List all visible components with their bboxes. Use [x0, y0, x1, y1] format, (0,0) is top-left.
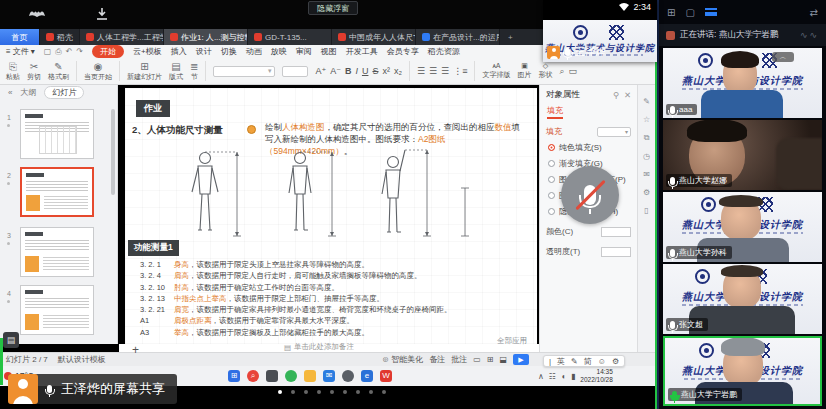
menu-cloud-template[interactable]: 云+模板: [133, 46, 162, 57]
view-sorter-icon[interactable]: ⊞: [487, 355, 494, 364]
close-pane-icon[interactable]: ✕: [624, 90, 631, 100]
shape-dropdown[interactable]: ◇形状: [538, 62, 552, 80]
network-icon[interactable]: ☷: [549, 372, 556, 381]
tab-home[interactable]: 首页: [0, 29, 40, 45]
layout-button[interactable]: ▤版式: [169, 61, 183, 82]
tab-outline[interactable]: 大纲: [20, 87, 36, 98]
superscript-button[interactable]: x²: [382, 66, 390, 76]
align-center-icon[interactable]: ☰: [429, 66, 437, 76]
menu-icon[interactable]: [705, 8, 717, 16]
font-family-select[interactable]: ▾: [213, 66, 275, 77]
section-button[interactable]: ≣节: [190, 61, 198, 82]
select-pane-icon[interactable]: ▭: [569, 66, 578, 76]
menu-design[interactable]: 设计: [196, 46, 212, 57]
volume-icon[interactable]: ◖: [561, 372, 566, 381]
slide-thumbnail-2-selected[interactable]: [20, 167, 94, 217]
tray-clock[interactable]: 14:352022/10/28: [580, 368, 613, 385]
ime-settings-icon[interactable]: ⚙: [612, 357, 619, 366]
slide-canvas[interactable]: 作业 2、人体功能尺寸测量 绘制人体构造图，确定其尺寸的选用的百分位，查阅出的相…: [125, 88, 537, 344]
slide-thumbnail-3[interactable]: [20, 227, 94, 277]
wps-app-icon[interactable]: W: [380, 370, 392, 382]
participant-tile-3[interactable]: 燕山大学艺术与设计学院 燕山大学孙科: [663, 192, 822, 262]
transparency-stepper[interactable]: [601, 247, 631, 257]
menu-slideshow[interactable]: 放映: [271, 46, 287, 57]
tab-slides[interactable]: 幻灯片: [44, 86, 84, 99]
fullscreen-icon[interactable]: ▢: [685, 7, 694, 18]
subscript-button[interactable]: x₂: [394, 66, 402, 76]
menu-start-tab[interactable]: 开始: [92, 45, 124, 58]
file-menu[interactable]: ≡文件▾: [6, 46, 35, 57]
hide-float-window-pill[interactable]: 隐藏浮窗: [308, 1, 358, 15]
tab-doc-1[interactable]: 人体工程学...工程学基础: [80, 29, 164, 45]
align-left-icon[interactable]: ☰: [417, 66, 425, 76]
beautify-button[interactable]: ⊙ 智能美化: [383, 354, 424, 365]
all-apps-label[interactable]: 全部应用: [497, 336, 527, 346]
tray-expand-icon[interactable]: ∧: [538, 372, 544, 381]
print-icon[interactable]: ⎙: [55, 47, 61, 57]
collapse-tile-icon[interactable]: ︿: [772, 52, 794, 62]
menu-docer-res[interactable]: 稻壳资源: [428, 46, 460, 57]
search-app-icon[interactable]: ⌕: [247, 370, 259, 382]
ie-browser-icon[interactable]: e: [361, 370, 373, 382]
save-icon[interactable]: ▢: [44, 47, 52, 57]
align-right-icon[interactable]: ☰: [441, 66, 449, 76]
tab-doc-5[interactable]: 在产品设计...的运用: [416, 29, 500, 45]
mail-app-icon[interactable]: ✉: [323, 370, 335, 382]
mail-icon[interactable]: ✉: [643, 170, 650, 179]
view-normal-icon[interactable]: ▭: [473, 355, 481, 364]
menu-transition[interactable]: 切换: [221, 46, 237, 57]
paste-button[interactable]: ⎘粘贴: [6, 61, 20, 82]
menu-devtools[interactable]: 开发工具: [346, 46, 378, 57]
tab-docer[interactable]: 稻壳: [40, 29, 80, 45]
file-explorer-icon[interactable]: [304, 370, 316, 382]
view-reading-icon[interactable]: ⬓: [499, 355, 507, 364]
edit-icon[interactable]: ✎: [643, 97, 650, 106]
pin-icon[interactable]: ⚲: [613, 90, 619, 100]
ime-emoji-icon[interactable]: ☺: [598, 357, 606, 366]
fill-preset-select[interactable]: ▾: [597, 127, 631, 137]
underline-button[interactable]: U: [362, 66, 369, 76]
comments-toggle[interactable]: 批注: [451, 354, 467, 365]
swap-view-icon[interactable]: ⇄: [810, 7, 818, 18]
bold-button[interactable]: B: [345, 66, 352, 76]
menu-view[interactable]: 视图: [321, 46, 337, 57]
menu-animation[interactable]: 动画: [246, 46, 262, 57]
redo-icon[interactable]: ↷: [76, 47, 83, 57]
italic-button[interactable]: I: [355, 66, 358, 76]
cut-button[interactable]: ✂剪切: [27, 61, 41, 82]
dingtalk-icon[interactable]: [342, 370, 354, 382]
folder-dark-icon[interactable]: [266, 370, 278, 382]
new-tab-button[interactable]: +: [500, 29, 521, 45]
undo-icon[interactable]: ↶: [66, 47, 73, 57]
tab-doc-4[interactable]: 中国成年人人体尺寸.pdf: [332, 29, 416, 45]
floating-presenter-window[interactable]: 2:34 燕山大学艺术与设计学院 王泽烨: [543, 0, 657, 62]
slide-thumbnail-1[interactable]: [20, 109, 94, 159]
bullet-list-icon[interactable]: ⋮≡: [453, 66, 467, 76]
battery-icon[interactable]: ▮: [571, 372, 575, 381]
text-layout-dropdown[interactable]: 🗚文字排版: [482, 62, 510, 80]
find-icon[interactable]: ⌕: [559, 66, 564, 77]
slide-thumbnail-4[interactable]: [20, 285, 94, 335]
font-shrink-icon[interactable]: A⁻: [330, 66, 341, 76]
play-current-button[interactable]: ◉当页开始: [84, 61, 112, 82]
strikethrough-button[interactable]: S: [372, 66, 378, 76]
tab-doc-2-active[interactable]: 作业1: 人...测与控制×: [164, 29, 248, 45]
picture-dropdown[interactable]: ▣图片: [517, 62, 531, 80]
menu-insert[interactable]: 插入: [171, 46, 187, 57]
fill-tab[interactable]: 填充: [547, 105, 563, 119]
radio-solid-fill[interactable]: 纯色填充(S): [548, 142, 637, 153]
participant-tile-1[interactable]: 燕山大学艺术与设计学院 ︿ aaa: [663, 48, 822, 118]
raise-hand-icons[interactable]: ∿∿: [800, 30, 819, 40]
new-slide-button[interactable]: ⊞新建幻灯片: [127, 61, 162, 82]
ime-simplified-toggle[interactable]: 简: [584, 356, 592, 367]
participant-tile-4[interactable]: 燕山大学艺术与设计学院 张文超: [663, 264, 822, 334]
start-menu-icon[interactable]: ⊞: [228, 370, 240, 382]
download-icon[interactable]: [96, 7, 108, 21]
wechat-icon[interactable]: [285, 370, 297, 382]
notes-toggle[interactable]: 备注: [429, 354, 445, 365]
ime-english-toggle[interactable]: 英: [557, 356, 565, 367]
gear-icon[interactable]: ⚙: [643, 188, 650, 197]
panel-icon[interactable]: ▯: [644, 206, 648, 215]
copy-icon[interactable]: ⧉: [644, 133, 650, 143]
panel-scrollbar[interactable]: [111, 109, 115, 195]
